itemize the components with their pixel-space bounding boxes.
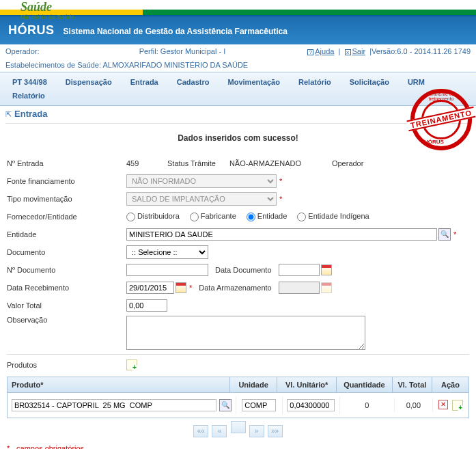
brand-sub: Ministério da Saúde — [20, 14, 75, 21]
menu-urm[interactable]: URM — [400, 75, 433, 89]
input-entidade[interactable] — [126, 228, 437, 241]
input-valor-total[interactable] — [126, 299, 167, 312]
row-input-unidade[interactable] — [242, 399, 276, 411]
label-fonte: Fonte financiamento — [7, 177, 126, 185]
label-fornecedor: Fornecedor/Entidade — [7, 213, 126, 221]
menu-relatorio2[interactable]: Relatório — [4, 89, 53, 103]
col-header-unidade: Unidade — [230, 377, 277, 392]
label-operador-row: Operador — [332, 159, 363, 167]
add-product-icon[interactable] — [126, 359, 137, 370]
row-value-vl-total: 0,00 — [395, 398, 434, 412]
pager-last[interactable]: »» — [268, 425, 283, 437]
row-value-qtd: 0 — [340, 398, 395, 412]
input-n-doc[interactable] — [126, 264, 208, 276]
calendar-data-doc-icon[interactable] — [321, 264, 332, 275]
select-documento[interactable]: :: Selecione :: — [126, 245, 208, 259]
exit-icon[interactable]: x — [345, 49, 351, 55]
req-entidade: * — [453, 230, 456, 239]
label-n-doc: Nº Documento — [7, 266, 126, 274]
info-row-2: Estabelecimentos de Saúde: ALMOXARIFADO … — [0, 58, 476, 72]
collapse-icon[interactable]: ⇱ — [5, 110, 12, 119]
products-grid: Produto* Unidade Vl. Unitário* Quantidad… — [7, 377, 469, 418]
estab-label: Estabelecimentos de Saúde: — [5, 61, 101, 69]
col-header-produto: Produto* — [8, 377, 230, 392]
row-input-vl-unit[interactable] — [287, 399, 335, 411]
radio-distribuidora-label: Distribuidora — [137, 212, 180, 220]
estab-value: ALMOXARIFADO MINISTÉRIO DA SAÚDE — [103, 61, 249, 69]
app-tagline: Sistema Nacional de Gestão da Assistênci… — [64, 27, 288, 36]
label-data-receb: Data Recebimento — [7, 284, 126, 292]
label-documento: Documento — [7, 248, 126, 256]
label-n-entrada: Nº Entrada — [7, 159, 126, 167]
pager: «« « » »» — [7, 418, 469, 440]
radio-entidade[interactable] — [247, 213, 255, 221]
label-data-armaz: Data Armazenamento — [199, 284, 271, 292]
row-delete-icon[interactable]: ✕ — [438, 400, 448, 409]
menu-cadastro[interactable]: Cadastro — [169, 75, 218, 89]
req-fonte: * — [279, 177, 282, 185]
pager-prev[interactable]: « — [212, 425, 227, 437]
textarea-obs[interactable] — [126, 316, 365, 350]
help-icon[interactable]: ? — [307, 49, 313, 55]
ajuda-link[interactable]: Ajuda — [315, 47, 334, 55]
table-row: 🔍 0 0,00 ✕ — [8, 393, 468, 418]
calendar-data-receb-icon[interactable] — [176, 282, 186, 293]
pager-next[interactable]: » — [249, 425, 264, 437]
required-note: * - campos obrigatórios — [7, 440, 469, 449]
lookup-entidade-icon[interactable]: 🔍 — [438, 228, 451, 241]
label-valor-total: Valor Total — [7, 301, 126, 310]
radio-entidade-ind-label: Entidade Indígena — [308, 212, 369, 220]
row-add-icon[interactable] — [452, 400, 463, 411]
label-produtos: Produtos — [7, 361, 126, 369]
radio-entidade-ind[interactable] — [297, 213, 306, 221]
radio-fabricante[interactable] — [190, 213, 199, 221]
label-data-doc: Data Documento — [215, 266, 272, 274]
value-n-entrada: 459 — [126, 159, 154, 167]
app-name: HÓRUS — [8, 23, 55, 38]
success-message: Dados inseridos com sucesso! — [7, 126, 469, 153]
req-tipo-mov: * — [279, 195, 282, 203]
page-title-row: ⇱ Entrada — [0, 106, 476, 126]
calendar-data-armaz-icon — [321, 282, 332, 293]
input-data-doc[interactable] — [279, 264, 320, 276]
radio-distribuidora[interactable] — [126, 213, 135, 221]
radio-fabricante-label: Fabricante — [201, 212, 236, 220]
input-data-receb[interactable] — [126, 282, 174, 294]
row-lookup-produto-icon[interactable]: 🔍 — [219, 399, 232, 411]
sair-link[interactable]: Sair — [352, 47, 366, 55]
menu-relatorio[interactable]: Relatório — [290, 75, 339, 89]
radio-group-fornecedor: Distribuidora Fabricante Entidade Entida… — [126, 212, 378, 221]
grid-header: Produto* Unidade Vl. Unitário* Quantidad… — [8, 377, 468, 393]
page-title: Entrada — [14, 109, 47, 119]
value-status: NÃO-ARMAZENADO — [229, 159, 318, 167]
app-header: HÓRUS Sistema Nacional de Gestão da Assi… — [0, 16, 476, 44]
col-header-acao: Ação — [432, 377, 468, 392]
label-status: Status Trâmite — [167, 159, 216, 167]
menu-entrada[interactable]: Entrada — [122, 75, 167, 89]
menu-solicitacao[interactable]: Solicitação — [341, 75, 397, 89]
row-input-produto[interactable] — [12, 399, 216, 411]
operador-label: Operador: — [5, 47, 40, 55]
menu-bar: PT 344/98 Dispensação Entrada Cadastro M… — [0, 72, 476, 106]
col-header-vl-unit: Vl. Unitário* — [277, 377, 337, 392]
top-banner: Saúde Ministério da Saúde — [0, 0, 476, 16]
select-fonte: NÃO INFORMADO — [126, 174, 277, 188]
col-header-qtd: Quantidade — [337, 377, 393, 392]
brand-logo: Saúde — [20, 0, 52, 14]
menu-movimentacao[interactable]: Movimentação — [220, 75, 288, 89]
versao-text: Versão:6.0 - 2014.11.26 1749 — [372, 47, 471, 55]
perfil-value: Gestor Municipal - I — [160, 47, 225, 55]
menu-dispensacao[interactable]: Dispensação — [57, 75, 120, 89]
perfil-label: Perfil: — [139, 47, 158, 55]
pager-first[interactable]: «« — [193, 425, 208, 437]
pager-mid[interactable] — [231, 421, 246, 433]
col-header-vl-total: Vl. Total — [393, 377, 432, 392]
label-tipo-mov: Tipo movimentação — [7, 195, 126, 203]
req-data-receb: * — [189, 284, 192, 292]
menu-pt34498[interactable]: PT 344/98 — [4, 75, 55, 89]
input-data-armaz — [279, 282, 320, 294]
label-obs: Observação — [7, 316, 126, 324]
label-entidade: Entidade — [7, 230, 126, 239]
info-row-1: Operador: Perfil: Gestor Municipal - I ?… — [0, 44, 476, 58]
select-tipo-mov: SALDO DE IMPLANTAÇÃO — [126, 192, 277, 206]
